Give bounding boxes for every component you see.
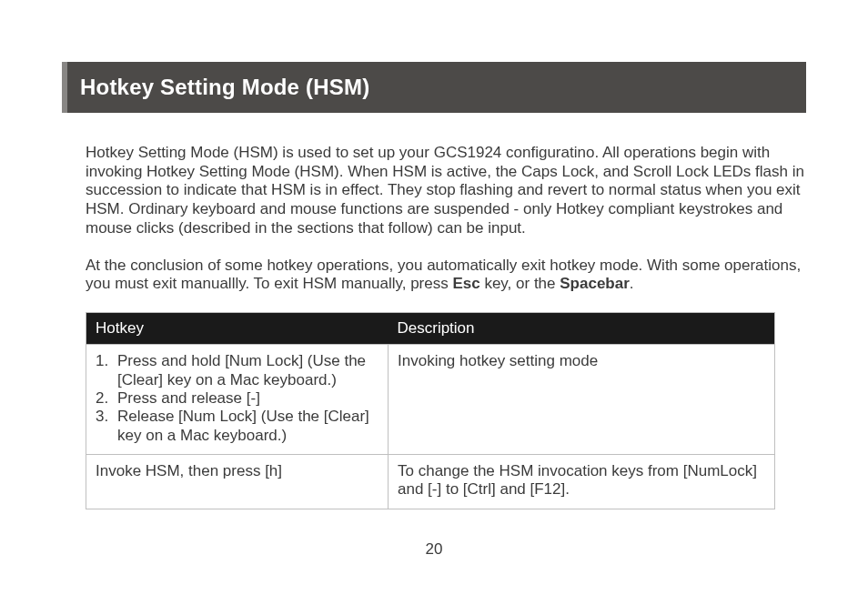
p2-part-c: key, or the bbox=[480, 275, 560, 292]
paragraph-1: Hotkey Setting Mode (HSM) is used to set… bbox=[62, 144, 806, 238]
col-description: Description bbox=[389, 313, 775, 345]
p2-bold-spacebar: Spacebar bbox=[560, 275, 630, 292]
paragraph-2: At the conclusion of some hotkey operati… bbox=[62, 257, 806, 294]
table-row: Invoke HSM, then press [h] To change the… bbox=[86, 455, 775, 509]
col-hotkey: Hotkey bbox=[86, 313, 389, 345]
p2-part-a: At the conclusion of some hotkey operati… bbox=[86, 257, 801, 293]
step-number: 2. bbox=[96, 389, 117, 408]
list-item: 3. Release [Num Lock] (Use the [Clear] k… bbox=[96, 408, 378, 445]
step-number: 3. bbox=[96, 408, 117, 445]
cell-description: Invoking hotkey setting mode bbox=[389, 345, 775, 455]
step-text: Press and hold [Num Lock] (Use the [Clea… bbox=[117, 352, 378, 389]
p2-part-d: . bbox=[630, 275, 634, 292]
section-title: Hotkey Setting Mode (HSM) bbox=[80, 75, 790, 100]
step-text: Press and release [-] bbox=[117, 389, 378, 408]
cell-description: To change the HSM invocation keys from [… bbox=[389, 455, 775, 509]
list-item: 1. Press and hold [Num Lock] (Use the [C… bbox=[96, 352, 378, 389]
hotkey-steps: 1. Press and hold [Num Lock] (Use the [C… bbox=[96, 352, 378, 445]
cell-hotkey: 1. Press and hold [Num Lock] (Use the [C… bbox=[86, 345, 389, 455]
list-item: 2. Press and release [-] bbox=[96, 389, 378, 408]
section-title-bar: Hotkey Setting Mode (HSM) bbox=[62, 62, 806, 113]
cell-hotkey: Invoke HSM, then press [h] bbox=[86, 455, 389, 509]
step-number: 1. bbox=[96, 352, 117, 389]
step-text: Release [Num Lock] (Use the [Clear] key … bbox=[117, 408, 378, 445]
hotkey-table: Hotkey Description 1. Press and hold [Nu… bbox=[86, 312, 775, 509]
table-row: 1. Press and hold [Num Lock] (Use the [C… bbox=[86, 345, 775, 455]
table-header-row: Hotkey Description bbox=[86, 313, 775, 345]
p2-bold-esc: Esc bbox=[452, 275, 479, 292]
page-number: 20 bbox=[62, 540, 806, 559]
